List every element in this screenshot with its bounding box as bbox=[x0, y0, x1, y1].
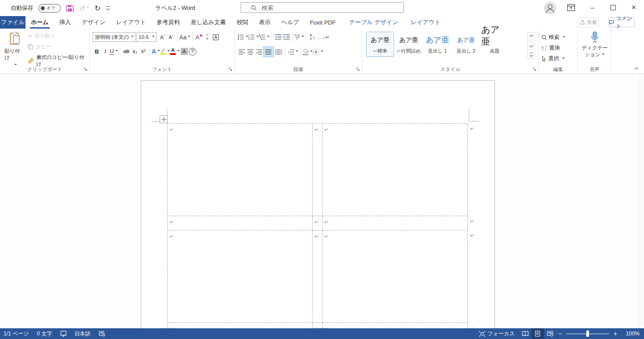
word-count-indicator[interactable]: 0 文字 bbox=[33, 328, 56, 339]
shrink-font-button[interactable]: Aˇ bbox=[167, 32, 175, 42]
styles-gallery-more-button[interactable] bbox=[528, 50, 534, 59]
tab-file[interactable]: ファイル bbox=[0, 16, 25, 29]
enclose-circle-button[interactable]: 字 bbox=[188, 46, 197, 56]
show-formatting-marks-button[interactable]: →↵ bbox=[321, 32, 329, 42]
search-input[interactable] bbox=[261, 4, 397, 12]
macro-record-button[interactable] bbox=[95, 328, 109, 339]
align-center-button[interactable] bbox=[246, 47, 254, 57]
clipboard-dialog-launcher[interactable] bbox=[84, 67, 88, 72]
change-case-button[interactable]: Aa bbox=[179, 32, 191, 42]
table-cell[interactable]: ↵ bbox=[168, 124, 313, 216]
subscript-button[interactable]: x₂ bbox=[131, 46, 139, 56]
tab-review[interactable]: 校閲 bbox=[231, 16, 254, 29]
tab-insert[interactable]: 挿入 bbox=[54, 16, 76, 29]
tab-home[interactable]: ホーム bbox=[25, 16, 54, 29]
styles-scroll-down-button[interactable] bbox=[528, 42, 534, 50]
table-cell[interactable]: ↵ bbox=[322, 323, 468, 328]
format-painter-button[interactable]: 書式のコピー/貼り付け bbox=[28, 54, 89, 67]
style-no-spacing[interactable]: あア亜 ↵行間詰め bbox=[395, 32, 423, 57]
collapse-ribbon-button[interactable] bbox=[635, 67, 638, 71]
table-cell[interactable]: ↵ bbox=[168, 323, 313, 328]
style-title[interactable]: あア亜 表題 bbox=[481, 32, 508, 57]
strikethrough-button[interactable]: ab bbox=[122, 46, 131, 56]
zoom-in-button[interactable]: + bbox=[612, 330, 619, 337]
table-move-handle[interactable] bbox=[160, 115, 168, 123]
autosave-toggle[interactable]: オフ bbox=[38, 4, 61, 13]
font-color-button[interactable]: A bbox=[170, 46, 180, 56]
highlight-color-button[interactable] bbox=[160, 46, 170, 56]
dictation-button[interactable]: ディクテー ション bbox=[578, 31, 611, 58]
page-number-indicator[interactable]: 1/1 ページ bbox=[0, 328, 33, 339]
ribbon-display-options-button[interactable] bbox=[567, 4, 575, 13]
line-spacing-button[interactable]: ↕ bbox=[288, 47, 298, 57]
zoom-out-button[interactable]: − bbox=[556, 330, 564, 337]
font-dialog-launcher[interactable] bbox=[229, 67, 233, 72]
search-box[interactable] bbox=[241, 2, 404, 13]
numbered-list-button[interactable]: 123 bbox=[248, 32, 259, 42]
bold-button[interactable]: B bbox=[93, 46, 101, 56]
tab-references[interactable]: 参考資料 bbox=[151, 16, 185, 29]
increase-indent-button[interactable] bbox=[282, 32, 291, 42]
character-shading-button[interactable]: A bbox=[180, 46, 188, 56]
zoom-slider-thumb[interactable] bbox=[586, 331, 589, 337]
font-size-combo[interactable]: 10.5 bbox=[136, 32, 157, 42]
vertical-scrollbar[interactable] bbox=[640, 74, 644, 328]
decrease-indent-button[interactable] bbox=[274, 32, 282, 42]
label-table[interactable]: ↵ ↵ ↵ ↵ ↵ ↵ ↵ ↵ ↵ ↵ ↵ ↵ ↵ ↵ ↵ ↵ bbox=[167, 123, 468, 328]
grow-font-button[interactable]: Aˆ bbox=[158, 32, 167, 42]
proofing-status-button[interactable] bbox=[56, 328, 71, 339]
multilevel-list-button[interactable] bbox=[259, 32, 270, 42]
zoom-level-button[interactable]: 100% bbox=[619, 331, 640, 337]
asian-layout-button[interactable]: ア bbox=[295, 32, 304, 42]
account-avatar[interactable] bbox=[544, 2, 556, 14]
table-cell[interactable]: ↵ bbox=[313, 124, 322, 216]
styles-scroll-up-button[interactable] bbox=[528, 33, 534, 42]
italic-button[interactable]: I bbox=[101, 46, 110, 56]
focus-mode-button[interactable]: フォーカス bbox=[475, 328, 519, 339]
table-cell[interactable]: ↵ bbox=[322, 230, 468, 323]
close-button[interactable]: × bbox=[623, 0, 644, 15]
tab-table-design[interactable]: テーブル デザイン bbox=[344, 16, 404, 29]
align-left-button[interactable] bbox=[237, 47, 246, 57]
tab-foxit-pdf[interactable]: Foxit PDF bbox=[305, 16, 341, 29]
styles-dialog-launcher[interactable] bbox=[533, 67, 537, 72]
find-button[interactable]: 検索 bbox=[542, 33, 565, 42]
zoom-slider[interactable] bbox=[566, 328, 609, 339]
bullet-list-button[interactable] bbox=[237, 32, 248, 42]
font-name-combo[interactable]: 游明朝 (本文の bbox=[93, 32, 136, 42]
shading-button[interactable] bbox=[302, 47, 313, 57]
tab-view[interactable]: 表示 bbox=[254, 16, 276, 29]
table-cell[interactable]: ↵ bbox=[313, 216, 322, 230]
tab-layout[interactable]: レイアウト bbox=[111, 16, 152, 29]
read-mode-button[interactable] bbox=[519, 328, 531, 339]
table-cell[interactable]: ↵ bbox=[168, 230, 313, 323]
clear-formatting-button[interactable]: A bbox=[195, 32, 203, 42]
cut-button[interactable]: ✂ 切り取り bbox=[28, 33, 55, 39]
tab-mailings[interactable]: 差し込み文書 bbox=[185, 16, 231, 29]
style-normal[interactable]: あア亜 ↵標準 bbox=[366, 32, 394, 57]
redo-button[interactable]: ↻ bbox=[94, 4, 100, 13]
borders-button[interactable] bbox=[313, 47, 323, 57]
print-layout-button[interactable] bbox=[531, 328, 544, 339]
minimize-button[interactable]: − bbox=[582, 0, 603, 15]
document-area[interactable]: ↵ ↵ ↵ ↵ ↵ ↵ ↵ ↵ ↵ ↵ ↵ ↵ ↵ ↵ ↵ ↵ bbox=[0, 74, 644, 328]
language-indicator[interactable]: 日本語 bbox=[71, 328, 95, 339]
phonetic-guide-button[interactable]: ア ≡ bbox=[203, 32, 212, 42]
text-effects-button[interactable]: A bbox=[152, 46, 160, 56]
style-heading1[interactable]: あア亜 見出し 1 bbox=[424, 32, 451, 57]
copy-button[interactable]: コピー bbox=[28, 43, 51, 50]
table-cell[interactable]: ↵ bbox=[322, 124, 468, 216]
distribute-text-button[interactable] bbox=[274, 47, 284, 57]
tab-design[interactable]: デザイン bbox=[76, 16, 111, 29]
replace-button[interactable]: bc 置換 bbox=[542, 43, 560, 53]
table-cell[interactable]: ↵ bbox=[313, 230, 322, 323]
tab-table-layout[interactable]: レイアウト bbox=[405, 16, 446, 29]
tab-help[interactable]: ヘルプ bbox=[276, 16, 305, 29]
superscript-button[interactable]: x² bbox=[139, 46, 148, 56]
maximize-button[interactable] bbox=[603, 0, 623, 15]
save-button[interactable] bbox=[66, 4, 74, 12]
undo-button[interactable]: ↺ bbox=[79, 4, 89, 13]
sort-button[interactable]: A Z ↓ bbox=[308, 32, 317, 42]
comments-button[interactable]: コメント bbox=[609, 17, 635, 27]
underline-button[interactable]: U bbox=[110, 46, 118, 56]
